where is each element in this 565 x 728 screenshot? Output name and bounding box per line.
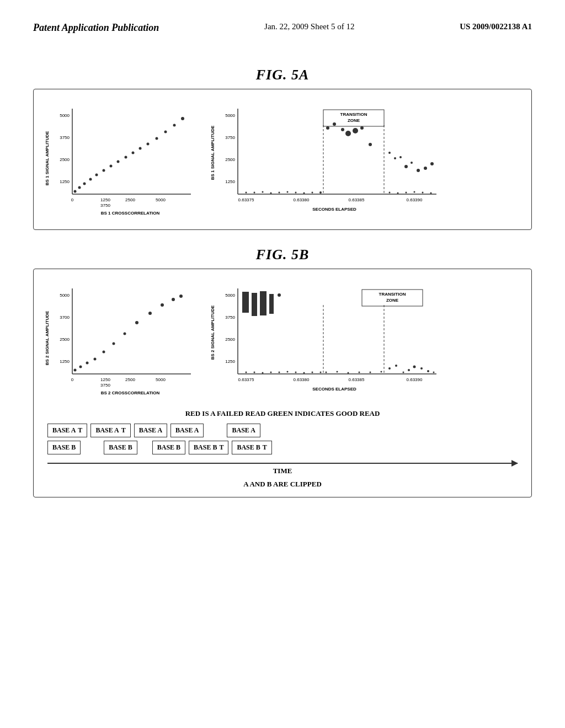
svg-point-75 (422, 192, 424, 194)
svg-point-92 (86, 362, 89, 365)
svg-text:BS 2 SIGNAL AMPLITUDE: BS 2 SIGNAL AMPLITUDE (45, 311, 50, 365)
svg-text:2500: 2500 (225, 337, 235, 342)
svg-point-124 (246, 372, 247, 373)
svg-text:2500: 2500 (60, 337, 70, 342)
svg-point-93 (94, 358, 97, 361)
svg-point-51 (287, 191, 289, 193)
svg-point-17 (95, 174, 98, 176)
svg-text:ZONE: ZONE (386, 298, 399, 303)
svg-text:3750: 3750 (60, 135, 70, 140)
fig5a-title: FIG. 5A (33, 67, 532, 83)
svg-text:SECONDS ELAPSED: SECONDS ELAPSED (312, 387, 356, 392)
svg-point-68 (417, 169, 420, 172)
sheet-info: Jan. 22, 2009 Sheet 5 of 12 (264, 22, 354, 31)
base-a-cell-3: BASE A (134, 424, 167, 437)
svg-point-16 (89, 178, 92, 181)
svg-point-76 (430, 192, 432, 194)
base-b-cell-4: BASE B T (189, 441, 228, 454)
svg-point-100 (172, 298, 175, 301)
svg-text:BS 1 SIGNAL AMPLITUDE: BS 1 SIGNAL AMPLITUDE (210, 125, 215, 180)
svg-point-147 (433, 372, 435, 373)
fig5a-right-chart: BS 1 SIGNAL AMPLITUDE 5000 3750 2500 125… (207, 98, 445, 221)
svg-text:BS 2 CROSSCORRELATION: BS 2 CROSSCORRELATION (101, 390, 160, 395)
svg-point-123 (278, 293, 281, 297)
svg-text:1250: 1250 (100, 377, 110, 382)
svg-point-55 (319, 191, 322, 194)
svg-point-129 (287, 371, 289, 373)
svg-text:5000: 5000 (60, 113, 70, 118)
svg-point-139 (381, 371, 382, 373)
base-a-cell-1: BASE A T (47, 424, 87, 437)
svg-point-15 (83, 183, 86, 185)
svg-text:ZONE: ZONE (348, 118, 360, 123)
svg-point-64 (394, 157, 396, 159)
svg-point-57 (333, 122, 336, 126)
svg-text:5000: 5000 (156, 377, 166, 382)
svg-point-27 (173, 124, 176, 127)
svg-point-132 (312, 372, 313, 373)
svg-text:SECONDS ELAPSED: SECONDS ELAPSED (312, 207, 356, 212)
time-label: TIME (42, 467, 523, 475)
svg-text:5000: 5000 (225, 293, 235, 298)
svg-point-20 (117, 160, 120, 163)
svg-text:1250: 1250 (60, 179, 70, 184)
svg-point-18 (103, 169, 105, 172)
svg-text:0.63390: 0.63390 (407, 377, 423, 382)
svg-point-137 (359, 372, 360, 373)
svg-text:BS 1 SIGNAL AMPLITUDE: BS 1 SIGNAL AMPLITUDE (45, 131, 50, 185)
svg-text:2500: 2500 (125, 377, 135, 382)
svg-point-140 (388, 367, 391, 370)
fig5b-left-chart: BS 2 SIGNAL AMPLITUDE 5000 3700 2500 125… (42, 277, 202, 401)
svg-point-61 (360, 126, 364, 130)
svg-text:BS 2 SIGNAL AMPLITUDE: BS 2 SIGNAL AMPLITUDE (210, 305, 215, 360)
svg-text:0.63390: 0.63390 (407, 197, 423, 202)
svg-point-25 (156, 137, 158, 140)
svg-point-53 (303, 192, 305, 194)
svg-point-28 (181, 117, 184, 120)
svg-point-56 (326, 126, 329, 130)
svg-point-73 (406, 192, 407, 194)
clipped-label: A AND B ARE CLIPPED (42, 480, 523, 489)
svg-point-49 (270, 192, 272, 194)
svg-point-71 (389, 192, 391, 194)
fig5a-container: BS 1 SIGNAL AMPLITUDE 5000 3750 2500 125… (33, 89, 532, 230)
svg-point-97 (135, 321, 138, 324)
base-a-cell-5: BASE A (227, 424, 260, 437)
base-row-a: BASE A T BASE A T BASE A BASE A BASE A (47, 424, 518, 437)
svg-point-144 (413, 366, 416, 368)
svg-text:3750: 3750 (225, 315, 235, 320)
svg-point-127 (270, 372, 272, 373)
base-row-b: BASE B BASE B BASE B BASE B T BASE B T (47, 441, 518, 454)
svg-point-46 (246, 192, 247, 194)
base-b-cell-1: BASE B (47, 441, 81, 454)
svg-text:1250: 1250 (225, 179, 235, 184)
svg-point-125 (254, 372, 255, 373)
svg-point-58 (341, 128, 344, 131)
fig5a-left-chart: BS 1 SIGNAL AMPLITUDE 5000 3750 2500 125… (42, 98, 202, 221)
svg-point-50 (279, 192, 280, 194)
patent-number: US 2009/0022138 A1 (460, 22, 532, 31)
base-b-cell-5: BASE B T (232, 441, 271, 454)
svg-point-26 (164, 131, 167, 133)
read-label: RED IS A FAILED READ GREEN INDICATES GOO… (42, 409, 523, 418)
svg-point-47 (254, 192, 255, 194)
svg-text:1250: 1250 (60, 359, 70, 364)
svg-point-95 (113, 342, 115, 345)
svg-text:0.63385: 0.63385 (349, 197, 365, 202)
svg-point-98 (148, 312, 152, 315)
svg-point-130 (295, 372, 297, 373)
svg-point-131 (303, 372, 305, 374)
svg-text:TRANSITION: TRANSITION (379, 292, 406, 297)
svg-point-54 (312, 192, 313, 194)
base-a-cell-4: BASE A (170, 424, 204, 437)
svg-point-66 (404, 165, 408, 168)
svg-point-133 (320, 372, 322, 373)
svg-text:0: 0 (71, 377, 74, 382)
fig5b-right-chart: BS 2 SIGNAL AMPLITUDE 5000 3750 2500 125… (207, 277, 445, 401)
svg-point-143 (408, 369, 410, 371)
svg-point-67 (411, 162, 413, 164)
base-a-cell-2: BASE A T (90, 424, 130, 437)
svg-point-141 (395, 365, 397, 367)
svg-point-24 (147, 143, 150, 146)
svg-point-138 (370, 372, 371, 373)
